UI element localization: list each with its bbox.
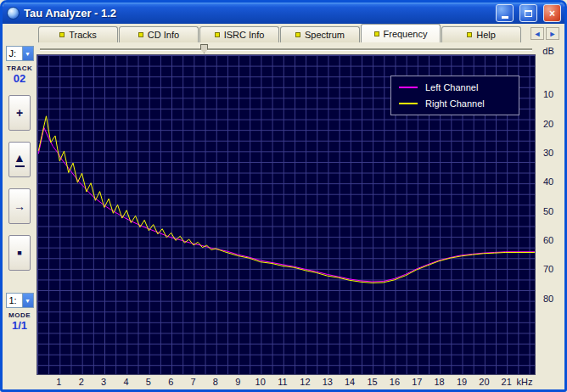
y-tick-label: 30 — [536, 148, 561, 158]
x-tick-label: 6 — [162, 377, 179, 387]
y-tick-label: 80 — [536, 294, 561, 304]
legend-item: Right Channel — [399, 98, 511, 109]
drive-select-value: J: — [7, 47, 22, 60]
tab-led-icon — [59, 32, 65, 37]
tab-bar: TracksCD InfoISRC InfoSpectrumFrequencyH… — [3, 24, 564, 42]
x-tick-label: 16 — [386, 377, 403, 387]
x-tick-label: 21 — [498, 377, 515, 387]
x-tick-label: 18 — [431, 377, 448, 387]
tab-led-icon — [215, 32, 220, 37]
x-tick-label: 9 — [229, 377, 246, 387]
tab-label: CD Info — [148, 30, 179, 40]
window-title: Tau Analyzer - 1.2 — [24, 7, 490, 20]
stop-button[interactable]: ■ — [8, 235, 31, 271]
x-tick-label: 10 — [252, 377, 269, 387]
tab-label: ISRC Info — [224, 30, 265, 40]
close-icon: × — [549, 8, 555, 20]
spectrum-plot: Left ChannelRight Channel — [36, 54, 536, 375]
x-tick-label: 1 — [50, 377, 67, 387]
y-axis-unit: dB — [536, 46, 561, 56]
x-axis: kHz 123456789101112131415161718192021 — [36, 375, 536, 389]
x-tick-label: 19 — [453, 377, 470, 387]
x-tick-label: 11 — [274, 377, 291, 387]
tab-isrc-info[interactable]: ISRC Info — [199, 26, 279, 42]
x-tick-label: 17 — [408, 377, 425, 387]
drive-select[interactable]: J: ▼ — [6, 46, 34, 61]
position-slider[interactable] — [36, 42, 536, 54]
tab-scroll-buttons: ◄ ► — [531, 27, 559, 42]
mode-select-value: 1: — [7, 294, 22, 307]
y-tick-label: 10 — [536, 89, 561, 99]
arrow-left-icon: ◄ — [534, 30, 542, 38]
tab-scroll-left-button[interactable]: ◄ — [531, 27, 544, 40]
tab-spectrum[interactable]: Spectrum — [280, 26, 360, 42]
main-area: J: ▼ TRACK 02 +▲→■ 1: ▼ MODE 1/1 Left Ch… — [3, 42, 564, 389]
tab-help[interactable]: Help — [441, 26, 521, 42]
legend-label: Left Channel — [425, 82, 478, 92]
chevron-down-icon[interactable]: ▼ — [22, 47, 33, 60]
x-tick-label: 3 — [95, 377, 112, 387]
tab-cd-info[interactable]: CD Info — [119, 26, 199, 42]
position-slider-track[interactable] — [40, 48, 532, 50]
y-axis: dB 1020304050607080 — [536, 42, 564, 389]
title-bar: Tau Analyzer - 1.2 × — [3, 3, 564, 24]
sidebar: J: ▼ TRACK 02 +▲→■ 1: ▼ MODE 1/1 — [3, 42, 36, 389]
tab-list: TracksCD InfoISRC InfoSpectrumFrequencyH… — [38, 24, 522, 42]
maximize-button[interactable] — [519, 4, 537, 22]
app-window: Tau Analyzer - 1.2 × TracksCD InfoISRC I… — [0, 0, 567, 392]
y-tick-label: 50 — [536, 206, 561, 216]
y-tick-label: 20 — [536, 119, 561, 129]
legend-line-icon — [399, 103, 418, 104]
mode-label: MODE — [8, 311, 31, 319]
x-tick-label: 8 — [207, 377, 224, 387]
arrow-right-icon: ► — [549, 30, 557, 38]
mode-value: 1/1 — [12, 319, 27, 332]
legend-label: Right Channel — [425, 98, 485, 109]
plus-icon: + — [16, 107, 23, 119]
next-icon: → — [14, 200, 25, 212]
y-tick-label: 70 — [536, 264, 561, 274]
tab-scroll-right-button[interactable]: ► — [546, 27, 559, 40]
tab-label: Frequency — [384, 29, 428, 39]
tab-led-icon — [138, 32, 143, 37]
minimize-icon — [502, 16, 508, 19]
x-tick-label: 13 — [319, 377, 336, 387]
mode-select[interactable]: 1: ▼ — [6, 293, 34, 308]
plus-button[interactable]: + — [8, 95, 31, 131]
x-tick-label: 12 — [296, 377, 313, 387]
tab-label: Spectrum — [305, 30, 345, 40]
next-button[interactable]: → — [8, 188, 31, 224]
tab-led-icon — [295, 32, 300, 37]
eject-bar-icon — [15, 165, 25, 167]
chevron-down-icon[interactable]: ▼ — [22, 294, 33, 307]
x-tick-label: 7 — [185, 377, 202, 387]
x-tick-label: 5 — [140, 377, 157, 387]
position-slider-thumb[interactable] — [200, 44, 208, 53]
x-tick-label: 20 — [475, 377, 492, 387]
x-axis-unit: kHz — [514, 377, 536, 387]
legend: Left ChannelRight Channel — [390, 76, 519, 115]
stop-icon: ■ — [17, 249, 21, 257]
y-tick-label: 60 — [536, 235, 561, 245]
legend-line-icon — [399, 87, 418, 88]
eject-button[interactable]: ▲ — [8, 142, 31, 177]
close-button[interactable]: × — [543, 4, 561, 22]
x-tick-label: 15 — [364, 377, 381, 387]
legend-item: Left Channel — [399, 82, 511, 92]
minimize-button[interactable] — [496, 4, 514, 22]
tab-frequency[interactable]: Frequency — [361, 24, 441, 42]
app-icon — [7, 7, 20, 20]
x-tick-label: 14 — [341, 377, 358, 387]
y-tick-label: 40 — [536, 176, 561, 187]
tab-tracks[interactable]: Tracks — [38, 26, 118, 42]
tab-led-icon — [374, 31, 379, 36]
track-value: 02 — [14, 72, 25, 85]
x-tick-label: 4 — [118, 377, 135, 387]
transport-buttons: +▲→■ — [8, 95, 31, 271]
x-tick-label: 2 — [73, 377, 90, 387]
track-label: TRACK — [7, 64, 33, 72]
tab-led-icon — [467, 32, 472, 37]
tab-label: Help — [476, 30, 496, 40]
eject-icon: ▲ — [14, 152, 25, 164]
maximize-icon — [525, 10, 532, 17]
